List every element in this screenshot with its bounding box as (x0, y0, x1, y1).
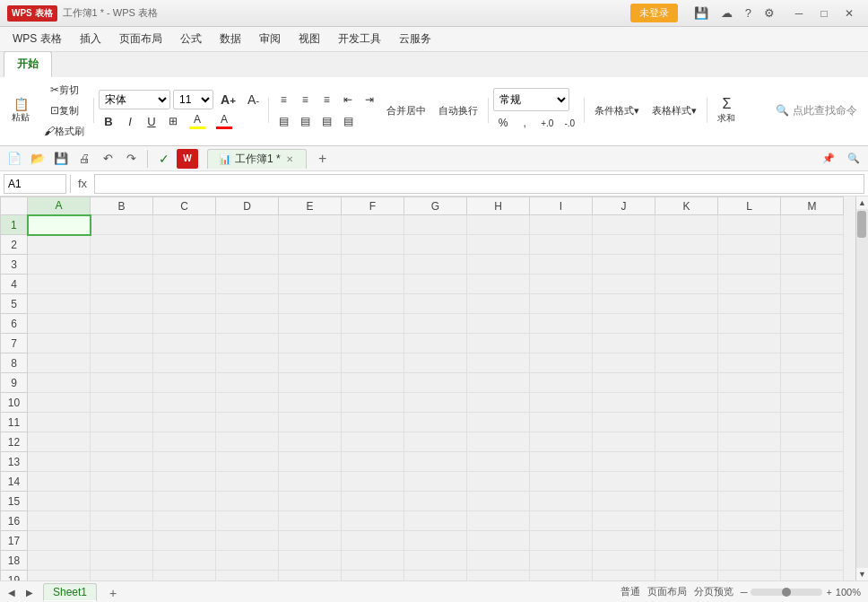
cell-E16[interactable] (279, 511, 342, 531)
qa-check-button[interactable]: ✓ (153, 149, 175, 169)
tab-home[interactable]: 开始 (4, 51, 52, 77)
cell-F4[interactable] (342, 275, 404, 294)
row-header-2[interactable]: 2 (1, 235, 28, 255)
maximize-button[interactable]: □ (812, 4, 836, 22)
cell-H17[interactable] (467, 531, 530, 551)
cell-L19[interactable] (718, 571, 781, 581)
cell-H8[interactable] (467, 353, 530, 373)
cell-E3[interactable] (279, 255, 342, 275)
cell-M17[interactable] (781, 531, 844, 551)
cell-B17[interactable] (91, 531, 153, 551)
cell-M6[interactable] (781, 314, 844, 334)
cell-K14[interactable] (655, 472, 718, 492)
cell-K5[interactable] (655, 294, 718, 314)
cell-F14[interactable] (342, 472, 404, 492)
cell-E19[interactable] (279, 571, 342, 581)
cell-H5[interactable] (467, 294, 530, 314)
cell-F18[interactable] (342, 551, 404, 571)
cell-J16[interactable] (593, 511, 655, 531)
add-sheet-button[interactable]: + (312, 149, 334, 169)
cell-A19[interactable] (28, 571, 91, 581)
cell-M12[interactable] (781, 432, 844, 452)
cell-C7[interactable] (153, 334, 216, 353)
wrap-text-button[interactable]: 自动换行 (433, 98, 483, 123)
cell-G14[interactable] (404, 472, 467, 492)
cell-G5[interactable] (404, 294, 467, 314)
cell-D16[interactable] (216, 511, 279, 531)
cell-A6[interactable] (28, 314, 91, 334)
cell-B5[interactable] (91, 294, 153, 314)
cell-H13[interactable] (467, 452, 530, 472)
cell-B7[interactable] (91, 334, 153, 353)
cell-M11[interactable] (781, 413, 844, 432)
cell-H10[interactable] (467, 393, 530, 413)
cell-K18[interactable] (655, 551, 718, 571)
row-header-14[interactable]: 14 (1, 472, 28, 492)
cell-H1[interactable] (467, 215, 530, 235)
cell-H18[interactable] (467, 551, 530, 571)
menu-cloud[interactable]: 云服务 (390, 28, 440, 50)
cell-B19[interactable] (91, 571, 153, 581)
cell-G19[interactable] (404, 571, 467, 581)
cell-K16[interactable] (655, 511, 718, 531)
cell-F17[interactable] (342, 531, 404, 551)
sheet-scroll-right[interactable]: ▶ (22, 585, 38, 601)
cell-C3[interactable] (153, 255, 216, 275)
copy-button[interactable]: ⊡ 复制 (39, 100, 89, 120)
cell-C9[interactable] (153, 373, 216, 393)
cell-M4[interactable] (781, 275, 844, 294)
cell-L6[interactable] (718, 314, 781, 334)
conditional-format-button[interactable]: 条件格式▾ (589, 98, 645, 123)
cell-A4[interactable] (28, 275, 91, 294)
fx-button[interactable]: fx (74, 175, 91, 192)
cell-C2[interactable] (153, 235, 216, 255)
cell-B13[interactable] (91, 452, 153, 472)
cell-M2[interactable] (781, 235, 844, 255)
row-header-1[interactable]: 1 (1, 215, 28, 235)
cell-E17[interactable] (279, 531, 342, 551)
cell-L9[interactable] (718, 373, 781, 393)
row-header-10[interactable]: 10 (1, 393, 28, 413)
cell-C6[interactable] (153, 314, 216, 334)
sum-button[interactable]: Σ 求和 (712, 94, 741, 127)
cell-J18[interactable] (593, 551, 655, 571)
menu-review[interactable]: 审阅 (250, 28, 290, 50)
number-format-select[interactable]: 常规 (493, 88, 569, 111)
cell-D3[interactable] (216, 255, 279, 275)
cloud-icon[interactable]: ☁ (717, 4, 736, 22)
cell-D6[interactable] (216, 314, 279, 334)
cell-F12[interactable] (342, 432, 404, 452)
cell-E9[interactable] (279, 373, 342, 393)
col-header-F[interactable]: F (342, 197, 404, 215)
search-hint[interactable]: 🔍 点此查找命令 (776, 103, 864, 118)
col-header-H[interactable]: H (467, 197, 530, 215)
row-header-11[interactable]: 11 (1, 413, 28, 432)
cell-M15[interactable] (781, 492, 844, 511)
cell-B18[interactable] (91, 551, 153, 571)
cell-C13[interactable] (153, 452, 216, 472)
qa-print-button[interactable]: 🖨 (74, 149, 95, 169)
cell-G18[interactable] (404, 551, 467, 571)
cell-I7[interactable] (530, 334, 593, 353)
indent-left-button[interactable]: ⇤ (338, 90, 358, 109)
cell-C11[interactable] (153, 413, 216, 432)
col-header-L[interactable]: L (718, 197, 781, 215)
cell-F5[interactable] (342, 294, 404, 314)
cell-A16[interactable] (28, 511, 91, 531)
zoom-out-button[interactable]: ─ (741, 587, 748, 598)
cell-B6[interactable] (91, 314, 153, 334)
cell-D15[interactable] (216, 492, 279, 511)
cell-L16[interactable] (718, 511, 781, 531)
menu-developer[interactable]: 开发工具 (329, 28, 390, 50)
decimal-decrease-button[interactable]: -.0 (560, 113, 579, 133)
col-header-A[interactable]: A (28, 197, 91, 215)
cell-L18[interactable] (718, 551, 781, 571)
cell-K11[interactable] (655, 413, 718, 432)
cell-G4[interactable] (404, 275, 467, 294)
cell-I3[interactable] (530, 255, 593, 275)
cell-D5[interactable] (216, 294, 279, 314)
cell-B11[interactable] (91, 413, 153, 432)
zoom-in-button[interactable]: + (826, 587, 831, 598)
underline-button[interactable]: U (142, 111, 161, 131)
cell-I16[interactable] (530, 511, 593, 531)
